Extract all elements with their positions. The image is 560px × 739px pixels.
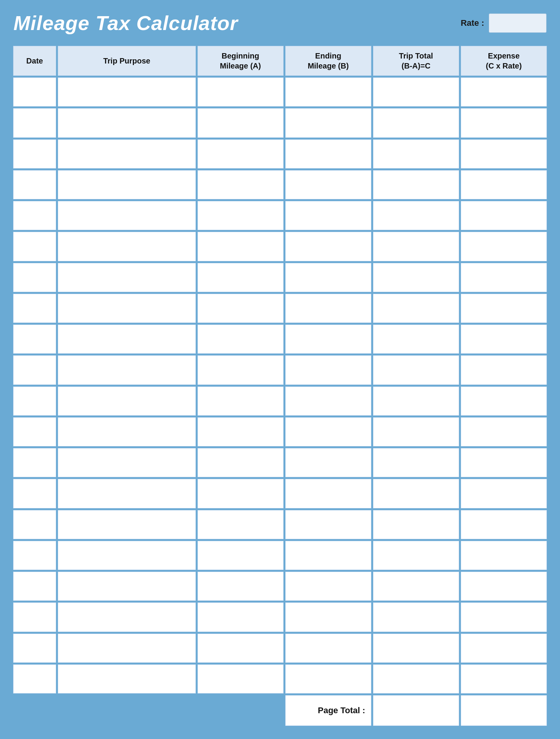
table-cell[interactable] (373, 355, 459, 385)
table-cell[interactable] (285, 448, 371, 477)
table-cell[interactable] (13, 139, 56, 169)
table-cell[interactable] (373, 263, 459, 292)
table-cell[interactable] (197, 201, 284, 230)
table-cell[interactable] (461, 479, 547, 508)
table-cell[interactable] (58, 77, 196, 107)
table-cell[interactable] (373, 541, 459, 570)
table-cell[interactable] (461, 263, 547, 292)
table-cell[interactable] (13, 355, 56, 385)
table-cell[interactable] (197, 448, 284, 477)
table-cell[interactable] (197, 108, 284, 137)
table-cell[interactable] (373, 479, 459, 508)
table-cell[interactable] (461, 572, 547, 601)
table-cell[interactable] (197, 510, 284, 539)
table-cell[interactable] (197, 417, 284, 446)
table-cell[interactable] (461, 108, 547, 137)
table-cell[interactable] (13, 448, 56, 477)
table-cell[interactable] (373, 386, 459, 416)
table-cell[interactable] (285, 510, 371, 539)
table-cell[interactable] (285, 324, 371, 354)
table-cell[interactable] (285, 201, 371, 230)
table-cell[interactable] (58, 541, 196, 570)
table-cell[interactable] (373, 77, 459, 107)
table-cell[interactable] (285, 139, 371, 169)
table-cell[interactable] (13, 201, 56, 230)
table-cell[interactable] (13, 479, 56, 508)
table-cell[interactable] (373, 108, 459, 137)
table-cell[interactable] (13, 386, 56, 416)
table-cell[interactable] (285, 386, 371, 416)
table-cell[interactable] (373, 634, 459, 663)
table-cell[interactable] (197, 355, 284, 385)
table-cell[interactable] (58, 602, 196, 632)
table-cell[interactable] (461, 170, 547, 199)
table-cell[interactable] (197, 232, 284, 261)
table-cell[interactable] (58, 510, 196, 539)
table-cell[interactable] (13, 77, 56, 107)
rate-input[interactable] (489, 13, 547, 33)
table-cell[interactable] (461, 77, 547, 107)
table-cell[interactable] (285, 294, 371, 323)
table-cell[interactable] (285, 263, 371, 292)
table-cell[interactable] (197, 479, 284, 508)
table-cell[interactable] (58, 324, 196, 354)
table-cell[interactable] (285, 572, 371, 601)
table-cell[interactable] (58, 355, 196, 385)
table-cell[interactable] (13, 664, 56, 694)
table-cell[interactable] (285, 77, 371, 107)
table-cell[interactable] (58, 572, 196, 601)
table-cell[interactable] (285, 634, 371, 663)
table-cell[interactable] (285, 232, 371, 261)
table-cell[interactable] (461, 232, 547, 261)
table-cell[interactable] (58, 232, 196, 261)
table-cell[interactable] (13, 634, 56, 663)
table-cell[interactable] (461, 139, 547, 169)
table-cell[interactable] (58, 108, 196, 137)
table-cell[interactable] (373, 572, 459, 601)
table-cell[interactable] (285, 355, 371, 385)
table-cell[interactable] (285, 108, 371, 137)
table-cell[interactable] (285, 602, 371, 632)
table-cell[interactable] (285, 417, 371, 446)
table-cell[interactable] (285, 541, 371, 570)
table-cell[interactable] (461, 510, 547, 539)
table-cell[interactable] (373, 602, 459, 632)
table-cell[interactable] (58, 170, 196, 199)
table-cell[interactable] (461, 324, 547, 354)
table-cell[interactable] (58, 294, 196, 323)
table-cell[interactable] (58, 417, 196, 446)
table-cell[interactable] (197, 139, 284, 169)
table-cell[interactable] (373, 139, 459, 169)
table-cell[interactable] (13, 294, 56, 323)
table-cell[interactable] (461, 541, 547, 570)
table-cell[interactable] (197, 602, 284, 632)
table-cell[interactable] (373, 201, 459, 230)
table-cell[interactable] (197, 541, 284, 570)
table-cell[interactable] (373, 324, 459, 354)
table-cell[interactable] (197, 77, 284, 107)
table-cell[interactable] (461, 664, 547, 694)
table-cell[interactable] (13, 510, 56, 539)
table-cell[interactable] (58, 634, 196, 663)
table-cell[interactable] (461, 201, 547, 230)
table-cell[interactable] (373, 170, 459, 199)
table-cell[interactable] (13, 541, 56, 570)
table-cell[interactable] (13, 324, 56, 354)
table-cell[interactable] (197, 263, 284, 292)
table-cell[interactable] (13, 602, 56, 632)
table-cell[interactable] (461, 417, 547, 446)
table-cell[interactable] (285, 479, 371, 508)
table-cell[interactable] (58, 448, 196, 477)
table-cell[interactable] (197, 294, 284, 323)
table-cell[interactable] (13, 170, 56, 199)
table-cell[interactable] (58, 479, 196, 508)
table-cell[interactable] (58, 664, 196, 694)
table-cell[interactable] (197, 572, 284, 601)
table-cell[interactable] (373, 510, 459, 539)
table-cell[interactable] (197, 324, 284, 354)
table-cell[interactable] (197, 386, 284, 416)
table-cell[interactable] (373, 664, 459, 694)
table-cell[interactable] (197, 634, 284, 663)
table-cell[interactable] (285, 664, 371, 694)
table-cell[interactable] (197, 170, 284, 199)
